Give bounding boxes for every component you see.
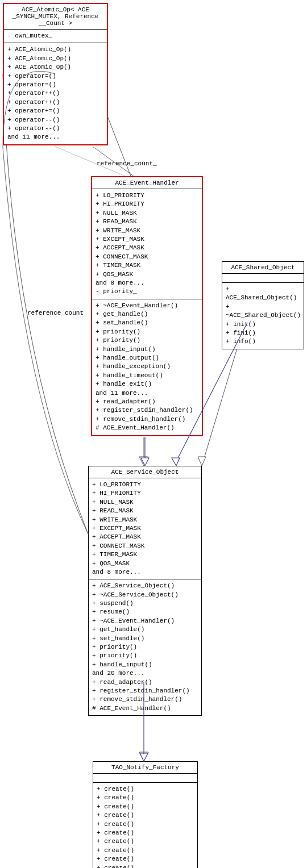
reference-count-label-left: reference_count_ xyxy=(27,310,88,316)
event-handler-section2: + ~ACE_Event_Handler() + get_handle() + … xyxy=(92,299,202,435)
notify-factory-title: TAO_Notify_Factory xyxy=(93,762,197,774)
atomic-op-title: ACE_Atomic_Op< ACE_SYNCH_MUTEX, Referenc… xyxy=(4,4,107,30)
atomic-op-section1: - own_mutex_ xyxy=(4,30,107,43)
svg-marker-2 xyxy=(139,457,148,466)
shared-object-section1 xyxy=(222,274,304,283)
svg-marker-6 xyxy=(139,752,148,761)
atomic-op-box: ACE_Atomic_Op< ACE_SYNCH_MUTEX, Referenc… xyxy=(3,3,108,145)
svg-marker-4 xyxy=(198,457,206,466)
service-object-section2: + ACE_Service_Object() + ~ACE_Service_Ob… xyxy=(89,579,201,715)
reference-count-label-top: reference_count_ xyxy=(97,160,157,167)
notify-factory-section2: + create() + create() + create() + creat… xyxy=(93,783,197,868)
svg-marker-14 xyxy=(140,753,148,761)
shared-object-box: ACE_Shared_Object + ACE_Shared_Object() … xyxy=(222,261,304,349)
service-object-section1: + LO_PRIORITY + HI_PRIORITY + NULL_MASK … xyxy=(89,478,201,579)
shared-object-section2: + ACE_Shared_Object() + ~ACE_Shared_Obje… xyxy=(222,283,304,349)
notify-factory-section1 xyxy=(93,774,197,783)
notify-factory-box: TAO_Notify_Factory + create() + create()… xyxy=(93,761,198,868)
shared-object-title: ACE_Shared_Object xyxy=(222,262,304,274)
svg-marker-10 xyxy=(141,458,149,466)
event-handler-title: ACE_Event_Handler xyxy=(92,177,202,189)
event-handler-box: ACE_Event_Handler + LO_PRIORITY + HI_PRI… xyxy=(91,176,203,436)
event-handler-section1: + LO_PRIORITY + HI_PRIORITY + NULL_MASK … xyxy=(92,189,202,299)
service-object-title: ACE_Service_Object xyxy=(89,466,201,478)
service-object-box: ACE_Service_Object + LO_PRIORITY + HI_PR… xyxy=(88,466,202,716)
svg-marker-12 xyxy=(172,458,180,466)
atomic-op-section2: + ACE_Atomic_Op() + ACE_Atomic_Op() + AC… xyxy=(4,43,107,144)
diagram-container: ACE_Atomic_Op< ACE_SYNCH_MUTEX, Referenc… xyxy=(0,0,307,868)
